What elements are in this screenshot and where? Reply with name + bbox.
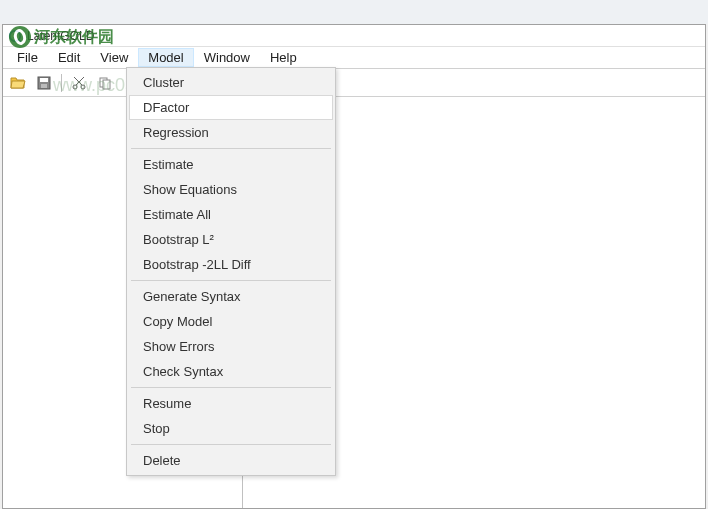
copy-button[interactable] — [94, 72, 116, 94]
save-icon — [36, 75, 52, 91]
toolbar-separator — [61, 74, 62, 92]
site-logo-text: 河东软件园 — [34, 27, 114, 48]
app-window: LatentGOLD File Edit View Model Window H… — [2, 24, 706, 509]
content-area — [3, 97, 705, 508]
menu-help[interactable]: Help — [260, 48, 307, 67]
menu-item-show-errors[interactable]: Show Errors — [129, 334, 333, 359]
menu-file[interactable]: File — [7, 48, 48, 67]
menu-separator — [131, 444, 331, 445]
svg-rect-13 — [103, 80, 110, 89]
menu-view[interactable]: View — [90, 48, 138, 67]
open-button[interactable] — [7, 72, 29, 94]
svg-rect-7 — [41, 84, 47, 88]
menu-item-check-syntax[interactable]: Check Syntax — [129, 359, 333, 384]
menu-window[interactable]: Window — [194, 48, 260, 67]
menu-edit[interactable]: Edit — [48, 48, 90, 67]
menu-item-generate-syntax[interactable]: Generate Syntax — [129, 284, 333, 309]
menu-item-cluster[interactable]: Cluster — [129, 70, 333, 95]
menubar: File Edit View Model Window Help — [3, 47, 705, 69]
menu-item-resume[interactable]: Resume — [129, 391, 333, 416]
menu-item-regression[interactable]: Regression — [129, 120, 333, 145]
background-banner — [0, 0, 708, 24]
menu-item-estimate[interactable]: Estimate — [129, 152, 333, 177]
menu-model[interactable]: Model — [138, 48, 193, 67]
svg-line-10 — [76, 77, 84, 85]
menu-item-copy-model[interactable]: Copy Model — [129, 309, 333, 334]
copy-icon — [97, 75, 113, 91]
svg-rect-6 — [40, 78, 48, 82]
menu-item-bootstrap-l2[interactable]: Bootstrap L² — [129, 227, 333, 252]
toolbar — [3, 69, 705, 97]
menu-separator — [131, 148, 331, 149]
menu-separator — [131, 387, 331, 388]
menu-item-stop[interactable]: Stop — [129, 416, 333, 441]
svg-point-8 — [73, 85, 77, 89]
cut-button[interactable] — [68, 72, 90, 94]
menu-separator — [131, 280, 331, 281]
svg-point-9 — [81, 85, 85, 89]
menu-item-show-equations[interactable]: Show Equations — [129, 177, 333, 202]
site-logo-icon — [8, 25, 32, 49]
menu-item-bootstrap-2ll[interactable]: Bootstrap -2LL Diff — [129, 252, 333, 277]
folder-open-icon — [10, 75, 26, 91]
menu-item-dfactor[interactable]: DFactor — [129, 95, 333, 120]
menu-item-estimate-all[interactable]: Estimate All — [129, 202, 333, 227]
scissors-icon — [71, 75, 87, 91]
site-logo-overlay: 河东软件园 — [8, 25, 114, 49]
save-button[interactable] — [33, 72, 55, 94]
svg-line-11 — [74, 77, 82, 85]
model-dropdown-menu: Cluster DFactor Regression Estimate Show… — [126, 67, 336, 476]
menu-item-delete[interactable]: Delete — [129, 448, 333, 473]
